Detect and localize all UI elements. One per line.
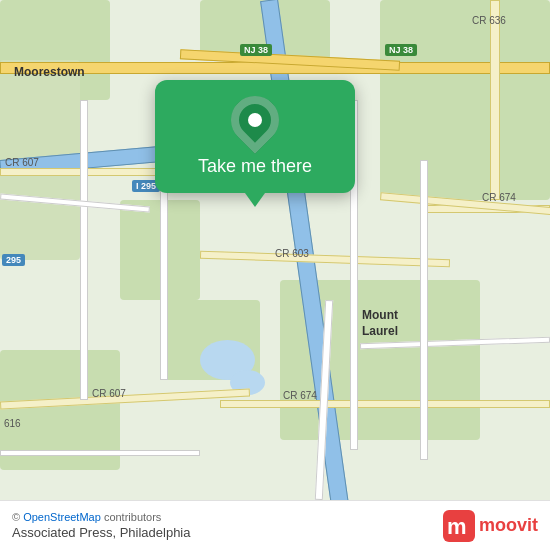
moovit-brand-text: moovit [479,515,538,536]
park-area-4 [380,120,550,200]
map-popup[interactable]: Take me there [155,80,355,193]
local-road-8 [420,160,428,460]
moovit-logo: m moovit [443,510,538,542]
moovit-logo-icon: m [443,510,475,542]
map-container: I 295 I 295 295 NJ 38 NJ 38 NJ 38 CR 636… [0,0,550,500]
cr607-left [0,168,180,176]
bottom-bar: © OpenStreetMap contributors Associated … [0,500,550,550]
cr636 [490,0,500,200]
295-shield: 295 [2,254,25,266]
local-road-1 [80,100,88,400]
cr674-bottom [220,400,550,408]
svg-text:m: m [447,514,467,539]
popup-label: Take me there [198,156,312,177]
location-text: Associated Press, Philadelphia [12,525,191,540]
local-road-6 [0,450,200,456]
osm-credit: © OpenStreetMap contributors [12,511,191,523]
location-pin-icon [221,86,289,154]
nj38-shield-1: NJ 38 [240,44,272,56]
nj38-shield-2: NJ 38 [385,44,417,56]
